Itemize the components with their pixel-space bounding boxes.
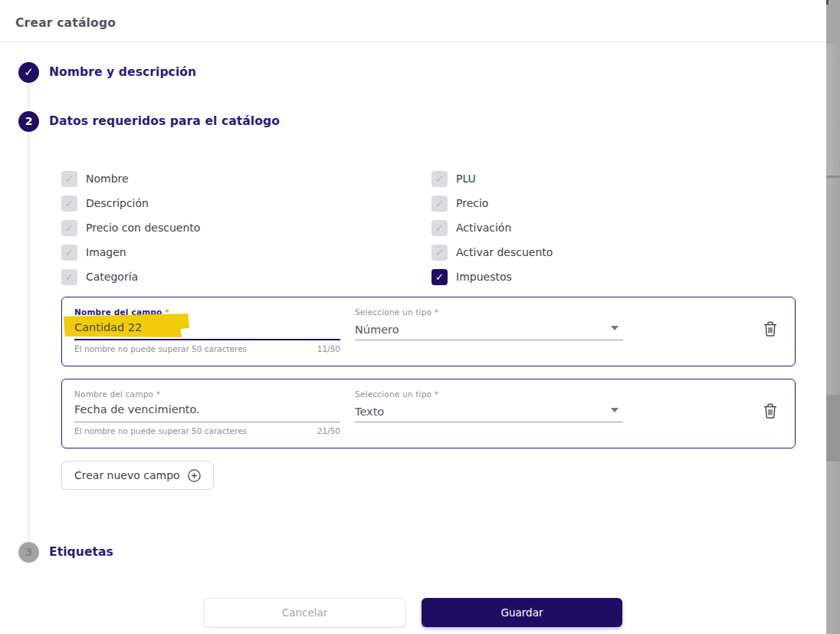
field-type-label: Seleccione un tipo * — [355, 307, 623, 317]
field-name-label: Nombre del campo * — [74, 307, 340, 317]
checkbox-box: ✓ — [61, 220, 77, 236]
field-name-group: Nombre del campo * Fecha de vencimiento.… — [74, 389, 340, 448]
char-counter: 21/50 — [317, 426, 340, 435]
checkbox-box: ✓ — [61, 195, 77, 212]
modal-title: Crear catálogo — [15, 16, 811, 30]
background-page-strip — [826, 0, 840, 634]
checkbox-nombre: ✓ Nombre — [61, 166, 431, 191]
checkbox-box: ✓ — [431, 171, 448, 187]
stepper: ✓ Nombre y descripción 2 Datos requerido… — [0, 42, 826, 563]
checkbox-plu: ✓ PLU — [431, 166, 797, 191]
step-3-label: Etiquetas — [49, 545, 113, 559]
checkbox-precio-con-descuento: ✓ Precio con descuento — [61, 215, 431, 240]
field-name-label: Nombre del campo * — [74, 389, 340, 399]
checkbox-box: ✓ — [431, 220, 448, 236]
step-1-circle: ✓ — [18, 62, 39, 83]
create-catalog-modal: Crear catálogo ✓ Nombre y descripción 2 … — [0, 0, 826, 634]
background-band — [826, 178, 840, 395]
check-icon: ✓ — [435, 198, 444, 209]
plus-circle-icon — [188, 469, 201, 482]
step-1-nombre-descripcion[interactable]: ✓ Nombre y descripción — [18, 61, 797, 83]
background-band — [826, 0, 840, 44]
checkbox-precio: ✓ Precio — [431, 191, 797, 215]
checkbox-categoria: ✓ Categoría — [61, 264, 431, 289]
step-2-label: Datos requeridos para el catálogo — [49, 114, 280, 128]
checkbox-box: ✓ — [61, 269, 77, 285]
checkbox-box: ✓ — [61, 245, 77, 261]
field-helper-row: El nombre no puede superar 50 caracteres… — [74, 344, 340, 353]
custom-fields-list: Nombre del campo * Cantidad 22 El nombre… — [61, 297, 797, 490]
field-type-select[interactable]: Seleccione un tipo * Número — [355, 307, 623, 366]
checkbox-impuestos[interactable]: ✓ Impuestos — [431, 264, 797, 289]
checkbox-box: ✓ — [431, 245, 448, 261]
custom-field-card-2: Nombre del campo * Fecha de vencimiento.… — [61, 379, 796, 448]
field-type-select[interactable]: Seleccione un tipo * Texto — [355, 389, 623, 448]
required-data-checkbox-grid: ✓ Nombre ✓ Descripción ✓ Precio con desc… — [61, 166, 797, 289]
check-icon: ✓ — [65, 271, 74, 283]
checkbox-activar-descuento: ✓ Activar descuento — [431, 240, 797, 264]
field-type-value-line[interactable]: Texto — [355, 402, 623, 422]
cancel-button[interactable]: Cancelar — [204, 598, 405, 627]
checkbox-imagen: ✓ Imagen — [61, 240, 431, 264]
step-1-label: Nombre y descripción — [49, 65, 196, 79]
stepper-connector-1 — [28, 84, 29, 110]
create-new-field-button[interactable]: Crear nuevo campo — [61, 461, 214, 490]
field-type-label: Seleccione un tipo * — [355, 389, 623, 399]
chevron-down-icon — [611, 326, 619, 330]
background-band — [826, 462, 840, 634]
field-name-input[interactable]: Fecha de vencimiento. — [74, 402, 340, 422]
helper-text: El nombre no puede superar 50 caracteres — [74, 344, 247, 353]
trash-icon — [763, 402, 778, 419]
field-name-group: Nombre del campo * Cantidad 22 El nombre… — [74, 307, 340, 366]
required-asterisk: * — [435, 307, 438, 317]
check-icon: ✓ — [435, 247, 444, 258]
background-band — [826, 44, 840, 176]
field-type-value-line[interactable]: Número — [355, 320, 623, 340]
field-name-input[interactable]: Cantidad 22 — [74, 320, 340, 340]
step-3-etiquetas[interactable]: 3 Etiquetas — [18, 541, 797, 563]
checkbox-activacion: ✓ Activación — [431, 215, 797, 240]
scrollbar-thumb[interactable] — [826, 0, 829, 5]
check-icon: ✓ — [435, 222, 444, 234]
trash-icon — [763, 320, 778, 337]
delete-field-button[interactable] — [763, 320, 778, 337]
step-2-content: ✓ Nombre ✓ Descripción ✓ Precio con desc… — [61, 166, 797, 490]
checkbox-column-left: ✓ Nombre ✓ Descripción ✓ Precio con desc… — [61, 166, 431, 289]
required-asterisk: * — [435, 389, 438, 399]
check-icon: ✓ — [65, 222, 74, 234]
checkbox-column-right: ✓ PLU ✓ Precio ✓ Activación ✓ Activar de… — [431, 166, 797, 289]
checkbox-box: ✓ — [431, 195, 448, 212]
field-helper-row: El nombre no puede superar 50 caracteres… — [74, 426, 340, 435]
modal-footer: Cancelar Guardar — [0, 598, 826, 627]
helper-text: El nombre no puede superar 50 caracteres — [74, 426, 247, 435]
check-icon: ✓ — [24, 67, 34, 78]
checkbox-box[interactable]: ✓ — [431, 269, 448, 285]
check-icon: ✓ — [435, 173, 444, 185]
check-icon: ✓ — [65, 173, 74, 185]
checkbox-descripcion: ✓ Descripción — [61, 191, 431, 215]
step-3-circle: 3 — [18, 542, 39, 563]
check-icon: ✓ — [435, 271, 444, 283]
stepper-connector-2 — [28, 133, 29, 540]
char-counter: 11/50 — [317, 344, 340, 353]
modal-header: Crear catálogo — [0, 0, 826, 42]
required-asterisk: * — [156, 389, 160, 399]
step-2-datos-requeridos[interactable]: 2 Datos requeridos para el catálogo — [18, 110, 797, 132]
chevron-down-icon — [611, 408, 619, 412]
checkbox-box: ✓ — [61, 171, 77, 187]
delete-field-button[interactable] — [763, 402, 778, 419]
check-icon: ✓ — [65, 247, 74, 258]
save-button[interactable]: Guardar — [422, 598, 622, 627]
background-band — [826, 395, 840, 462]
check-icon: ✓ — [65, 198, 74, 209]
step-2-circle: 2 — [18, 111, 39, 132]
custom-field-card-1: Nombre del campo * Cantidad 22 El nombre… — [61, 297, 796, 366]
